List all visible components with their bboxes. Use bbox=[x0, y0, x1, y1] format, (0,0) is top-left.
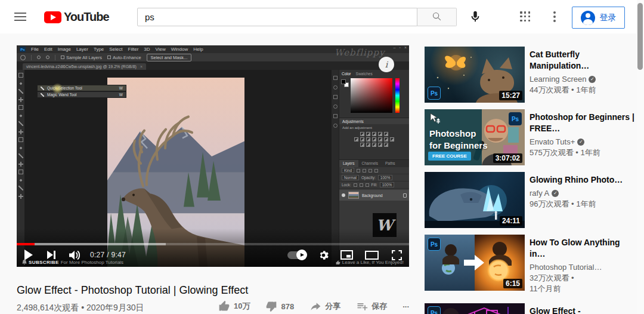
related-video-4[interactable]: How To Glow Anything in… Photoshop Tutor… bbox=[530, 237, 634, 294]
filter-shape-icon[interactable] bbox=[374, 169, 378, 173]
related-thumbnail-1[interactable]: Ps 15:27 bbox=[425, 47, 525, 103]
mask-adjustment-icon[interactable] bbox=[384, 143, 388, 147]
related-title[interactable]: Cat Butterfly Manipulation… bbox=[530, 49, 634, 72]
scrollbar-thumb[interactable] bbox=[637, 3, 643, 70]
filter-type-icon[interactable] bbox=[369, 169, 372, 173]
healing-tool-icon[interactable] bbox=[18, 121, 23, 126]
color-saturation-picker[interactable] bbox=[351, 78, 392, 113]
vibrance-adjustment-icon[interactable] bbox=[384, 132, 388, 136]
video-player[interactable]: Ps FileEditImageLayerTypeSelectFilter3DV… bbox=[17, 45, 409, 267]
microphone-icon[interactable] bbox=[469, 10, 482, 23]
related-thumbnail-2[interactable]: Photoshop for Beginners FREE COURSE Ps 3… bbox=[425, 109, 525, 165]
related-video-2[interactable]: Photoshop for Beginners | FREE… Envato T… bbox=[530, 112, 634, 158]
select-and-mask-button[interactable]: Select and Mask... bbox=[147, 54, 192, 61]
brushes-panel-icon[interactable] bbox=[333, 114, 338, 118]
move-tool-icon[interactable] bbox=[18, 73, 23, 78]
document-tab[interactable]: vincent-ledvina-z2dl6Cw5w-unsplash.jpg @… bbox=[23, 63, 146, 70]
foreground-background-swatch[interactable] bbox=[341, 79, 349, 88]
bw-adjustment-icon[interactable] bbox=[366, 137, 370, 141]
kind-dropdown[interactable]: Kind bbox=[342, 168, 354, 173]
more-options-icon[interactable] bbox=[553, 11, 556, 22]
volume-icon[interactable] bbox=[69, 250, 82, 260]
eraser-tool-icon[interactable] bbox=[18, 146, 23, 150]
play-button[interactable] bbox=[24, 250, 33, 260]
layers-panel-tabs[interactable]: LayersChannelsPaths bbox=[339, 160, 409, 167]
close-icon[interactable]: × bbox=[404, 45, 407, 50]
video-info-card-icon[interactable]: i bbox=[379, 57, 394, 72]
settings-gear-icon[interactable] bbox=[318, 250, 329, 260]
like-button[interactable]: 10万 bbox=[218, 300, 250, 312]
curves-adjustment-icon[interactable] bbox=[372, 132, 376, 136]
filter-adjustment-icon[interactable] bbox=[363, 169, 366, 173]
lock-all-icon[interactable] bbox=[366, 183, 369, 187]
levels-adjustment-icon[interactable] bbox=[366, 132, 370, 136]
related-video-5[interactable]: Glow Effect - bbox=[530, 306, 634, 314]
theater-mode-icon[interactable] bbox=[365, 251, 379, 260]
miniplayer-icon[interactable] bbox=[340, 250, 353, 260]
photo-filter-adjustment-icon[interactable] bbox=[372, 137, 376, 141]
search-input[interactable] bbox=[137, 8, 417, 26]
brush-tool-icon[interactable] bbox=[18, 130, 23, 134]
related-channel[interactable]: Envato Tuts+✓ bbox=[530, 137, 634, 147]
invert-adjustment-icon[interactable] bbox=[390, 137, 394, 141]
hand-tool-icon[interactable] bbox=[18, 194, 23, 199]
lasso-tool-icon[interactable] bbox=[18, 89, 23, 94]
quick-selection-tool-item[interactable]: Quick Selection Tool W bbox=[37, 85, 126, 91]
hue-slider[interactable] bbox=[395, 78, 400, 113]
exposure-adjustment-icon[interactable] bbox=[378, 132, 382, 136]
related-title[interactable]: How To Glow Anything in… bbox=[530, 237, 634, 260]
related-thumbnail-5[interactable]: Ps bbox=[425, 303, 525, 314]
dodge-tool-icon[interactable] bbox=[18, 162, 23, 167]
quick-selection-tool-icon[interactable] bbox=[18, 97, 23, 102]
brightness-adjustment-icon[interactable] bbox=[360, 132, 364, 136]
related-title[interactable]: Glow Effect - bbox=[530, 306, 634, 314]
actions-panel-icon[interactable] bbox=[333, 124, 338, 128]
blend-mode-dropdown[interactable]: Normal bbox=[342, 175, 359, 180]
sample-all-layers-checkbox[interactable]: Sample All Layers bbox=[61, 55, 102, 60]
search-button[interactable] bbox=[417, 8, 457, 26]
pen-tool-icon[interactable] bbox=[18, 170, 23, 174]
autoplay-toggle[interactable] bbox=[287, 251, 306, 259]
libraries-panel-icon[interactable] bbox=[333, 104, 338, 109]
restore-icon[interactable]: ▫ bbox=[399, 45, 400, 50]
channel-mixer-adjustment-icon[interactable] bbox=[378, 137, 382, 141]
progress-bar[interactable] bbox=[17, 243, 409, 245]
hue-adjustment-icon[interactable] bbox=[354, 137, 358, 141]
related-title[interactable]: Photoshop for Beginners | FREE… bbox=[530, 112, 634, 134]
color-panel-tabs[interactable]: ColorSwatches bbox=[342, 72, 373, 76]
related-video-1[interactable]: Cat Butterfly Manipulation… Learning Scr… bbox=[530, 49, 634, 96]
shape-tool-icon[interactable] bbox=[18, 186, 23, 190]
share-button[interactable]: 分享 bbox=[309, 300, 340, 312]
threshold-adjustment-icon[interactable] bbox=[366, 143, 370, 147]
hamburger-menu-icon[interactable] bbox=[14, 13, 26, 21]
gradient-map-adjustment-icon[interactable] bbox=[372, 143, 376, 147]
related-channel[interactable]: Photoshop Tutorial…✓ bbox=[530, 262, 634, 273]
page-scrollbar[interactable] bbox=[637, 0, 644, 314]
dislike-button[interactable]: 878 bbox=[265, 300, 294, 312]
related-video-3[interactable]: Glowing Rhino Photo… rafy A✓ 96万次观看 • 1年… bbox=[530, 174, 634, 210]
layer-visibility-icon[interactable] bbox=[342, 193, 345, 197]
related-title[interactable]: Glowing Rhino Photo… bbox=[530, 174, 634, 186]
related-channel[interactable]: Learning Screen✓ bbox=[530, 74, 634, 85]
selective-color-adjustment-icon[interactable] bbox=[378, 143, 382, 147]
gradient-tool-icon[interactable] bbox=[18, 153, 23, 158]
signin-button[interactable]: 登录 bbox=[572, 7, 625, 29]
stamp-tool-icon[interactable] bbox=[18, 137, 23, 142]
lookup-adjustment-icon[interactable] bbox=[384, 137, 388, 141]
next-button[interactable] bbox=[47, 251, 56, 259]
crop-tool-icon[interactable] bbox=[18, 105, 23, 110]
type-tool-icon[interactable] bbox=[18, 178, 23, 183]
related-thumbnail-3[interactable]: 24:11 bbox=[425, 172, 525, 228]
related-thumbnail-4[interactable]: Ps 6:15 bbox=[425, 235, 525, 291]
auto-enhance-checkbox[interactable]: Auto-Enhance bbox=[107, 55, 141, 60]
minimize-icon[interactable]: – bbox=[394, 45, 396, 50]
more-actions-button[interactable]: ... bbox=[402, 300, 409, 309]
magic-wand-tool-item[interactable]: Magic Wand Tool W bbox=[37, 91, 126, 98]
lock-position-icon[interactable] bbox=[360, 183, 363, 187]
fill-value-dropdown[interactable]: 100% bbox=[380, 182, 395, 187]
related-channel[interactable]: rafy A✓ bbox=[530, 188, 634, 199]
youtube-logo[interactable]: YouTube bbox=[44, 10, 109, 24]
eyedropper-tool-icon[interactable] bbox=[18, 113, 23, 118]
properties-panel-icon[interactable] bbox=[333, 85, 338, 90]
posterize-adjustment-icon[interactable] bbox=[360, 143, 364, 147]
